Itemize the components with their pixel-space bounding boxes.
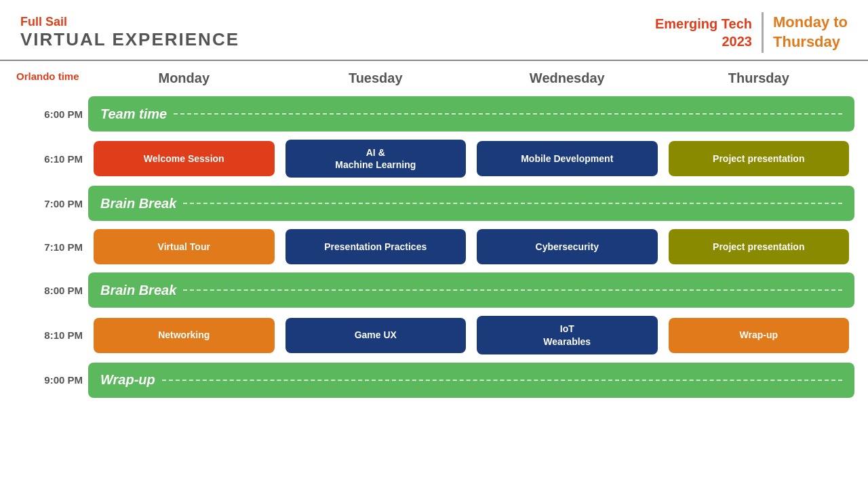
session-thursday-810: Wrap-up — [663, 315, 855, 356]
row-800pm: 8:00 PM Brain Break — [14, 270, 854, 310]
dashed-line — [174, 113, 842, 115]
project-presentation-2-button[interactable]: Project presentation — [669, 229, 850, 264]
brand-name: Full Sail — [20, 15, 239, 29]
brain-break-1-label: Brain Break — [100, 196, 176, 211]
time-900pm: 9:00 PM — [14, 374, 88, 386]
time-710pm: 7:10 PM — [14, 241, 88, 253]
time-810pm: 8:10 PM — [14, 329, 88, 341]
session-tuesday-610: AI &Machine Learning — [280, 137, 472, 180]
iot-wearables-button[interactable]: IoTWearables — [477, 316, 658, 354]
column-headers: Orlando time Monday Tuesday Wednesday Th… — [14, 66, 854, 90]
date-range: Monday toThursday — [773, 13, 848, 52]
cybersecurity-button[interactable]: Cybersecurity — [477, 229, 658, 264]
wednesday-header: Wednesday — [471, 66, 663, 90]
session-tuesday-810: Game UX — [280, 315, 472, 356]
event-name: Emerging Tech2023 — [655, 15, 752, 50]
dashed-line-2 — [183, 203, 842, 204]
event-title: VIRTUAL EXPERIENCE — [20, 29, 239, 50]
monday-header: Monday — [88, 66, 280, 90]
dashed-line-4 — [162, 380, 842, 381]
time-800pm: 8:00 PM — [14, 285, 88, 296]
time-600pm: 6:00 PM — [14, 108, 88, 120]
wrapup-block: Wrap-up — [88, 363, 854, 398]
row-600pm: 6:00 PM Team time — [14, 94, 854, 134]
brain-break-2-block: Brain Break — [88, 272, 854, 308]
brain-break-1-block: Brain Break — [88, 186, 854, 221]
time-700pm: 7:00 PM — [14, 198, 88, 209]
team-time-label: Team time — [100, 106, 167, 122]
header: Full Sail VIRTUAL EXPERIENCE Emerging Te… — [0, 0, 868, 60]
tuesday-header: Tuesday — [280, 66, 472, 90]
row-610pm: 6:10 PM Welcome Session AI &Machine Lear… — [14, 137, 854, 180]
session-monday-610: Welcome Session — [88, 138, 280, 179]
session-thursday-610: Project presentation — [663, 138, 855, 179]
event-info: Emerging Tech2023 Monday toThursday — [655, 12, 848, 53]
schedule: Orlando time Monday Tuesday Wednesday Th… — [0, 66, 868, 400]
session-thursday-710: Project presentation — [663, 226, 855, 267]
wrapup-button[interactable]: Wrap-up — [669, 318, 850, 353]
session-wednesday-710: Cybersecurity — [471, 226, 663, 267]
brain-break-2-label: Brain Break — [100, 283, 176, 298]
dashed-line-3 — [183, 289, 842, 291]
session-tuesday-710: Presentation Practices — [280, 226, 472, 267]
session-monday-710: Virtual Tour — [88, 226, 280, 267]
team-time-block: Team time — [88, 96, 854, 131]
networking-button[interactable]: Networking — [94, 318, 275, 353]
brand-section: Full Sail VIRTUAL EXPERIENCE — [20, 15, 239, 50]
project-presentation-1-button[interactable]: Project presentation — [669, 141, 850, 176]
row-710pm: 7:10 PM Virtual Tour Presentation Practi… — [14, 226, 854, 267]
virtual-tour-button[interactable]: Virtual Tour — [94, 229, 275, 264]
session-monday-810: Networking — [88, 315, 280, 356]
session-wednesday-610: Mobile Development — [471, 138, 663, 179]
thursday-header: Thursday — [663, 66, 855, 90]
row-900pm: 9:00 PM Wrap-up — [14, 361, 854, 400]
vertical-divider — [762, 12, 764, 53]
time-column-header: Orlando time — [14, 66, 88, 90]
session-wednesday-810: IoTWearables — [471, 313, 663, 357]
row-700pm: 7:00 PM Brain Break — [14, 184, 854, 223]
header-divider — [0, 60, 868, 61]
mobile-dev-button[interactable]: Mobile Development — [477, 141, 658, 176]
presentation-practices-button[interactable]: Presentation Practices — [285, 229, 467, 264]
wrapup-label: Wrap-up — [100, 372, 155, 388]
game-ux-button[interactable]: Game UX — [285, 318, 467, 353]
ai-ml-button[interactable]: AI &Machine Learning — [285, 140, 467, 178]
row-810pm: 8:10 PM Networking Game UX IoTWearables … — [14, 313, 854, 357]
time-610pm: 6:10 PM — [14, 153, 88, 165]
welcome-session-button[interactable]: Welcome Session — [94, 141, 275, 176]
